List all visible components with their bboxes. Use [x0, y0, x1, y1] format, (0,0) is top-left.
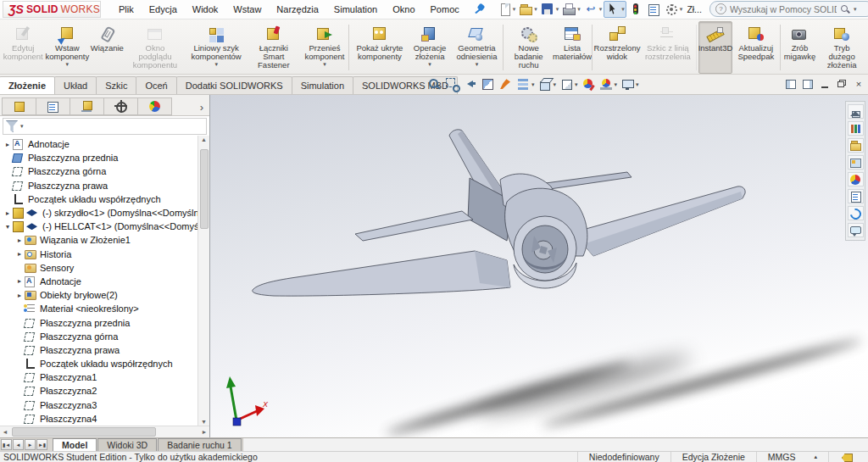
command-tab[interactable]: Dodatki SOLIDWORKS — [176, 76, 292, 94]
dropdown-arrow-icon[interactable]: ▾ — [531, 81, 535, 88]
document-minimize-button[interactable] — [818, 78, 832, 90]
zoom-to-fit-icon[interactable]: ▾ — [426, 77, 442, 92]
tree-item[interactable]: Płaszczyzna1 — [0, 370, 198, 384]
command-tab[interactable]: Simulation — [292, 76, 353, 94]
tree-item[interactable]: Płaszczyzna2 — [0, 384, 198, 398]
expand-arrow-icon[interactable] — [15, 250, 24, 258]
tree-item[interactable]: Początek układu współrzędnych — [0, 357, 198, 370]
ribbon-button[interactable]: Zrób migawkę ▾ — [782, 21, 818, 74]
options-button[interactable] — [663, 2, 684, 17]
overflow-label[interactable]: Zł... — [684, 4, 704, 14]
expand-arrow-icon[interactable] — [15, 292, 24, 299]
tree-item[interactable]: Płaszczyzna4 — [0, 412, 198, 426]
expand-panel-chevron-icon[interactable]: › — [200, 101, 208, 115]
menu-item[interactable]: Edycja — [142, 2, 185, 17]
document-tab[interactable]: Badanie ruchu 1 — [158, 438, 241, 451]
file-properties-button[interactable] — [645, 2, 662, 17]
file-explorer-icon[interactable] — [848, 138, 864, 153]
dropdown-arrow-icon[interactable]: ▾ — [476, 61, 479, 68]
scrollbar-thumb[interactable] — [12, 427, 156, 437]
comments-icon[interactable] — [848, 223, 864, 237]
ribbon-button[interactable]: Przenieś komponent ▾ — [301, 21, 348, 74]
hellcat-aircraft-model[interactable] — [210, 95, 868, 437]
ribbon-button[interactable]: Pokaż ukryte komponenty ▾ — [351, 21, 409, 74]
configurationmanager-tab-icon[interactable] — [70, 97, 104, 115]
previous-tab-icon[interactable]: ◄ — [13, 439, 24, 450]
dropdown-arrow-icon[interactable]: ▾ — [636, 81, 639, 88]
dropdown-arrow-icon[interactable]: ▾ — [554, 81, 557, 88]
tree-item[interactable]: Płaszczyzna przednia — [0, 315, 198, 329]
rebuild-button[interactable] — [627, 2, 644, 17]
display-style-icon[interactable]: ▾ — [559, 77, 579, 92]
search-dropdown-icon[interactable]: ▾ — [854, 6, 857, 13]
menu-item[interactable]: Simulation — [326, 2, 385, 17]
tree-item[interactable]: Płaszczyzna górna — [0, 164, 198, 178]
propertymanager-tab-icon[interactable] — [36, 97, 70, 115]
next-tab-icon[interactable]: ► — [25, 439, 36, 450]
tree-item[interactable]: Materiał <nieokreślony> — [0, 302, 198, 315]
dimxpertmanager-tab-icon[interactable] — [103, 97, 138, 115]
dropdown-arrow-icon[interactable]: ▾ — [428, 61, 431, 68]
command-tab[interactable]: Układ — [54, 76, 97, 94]
ribbon-button[interactable]: Łączniki Smart Fastener ▾ — [247, 21, 301, 74]
ribbon-button[interactable]: Wstaw komponenty ▾ — [44, 21, 90, 74]
ribbon-button[interactable]: Rozstrzelony widok ▾ — [594, 21, 639, 74]
tree-item[interactable]: Obiekty bryłowe(2) — [0, 288, 198, 302]
dropdown-arrow-icon[interactable]: ▾ — [66, 61, 70, 68]
document-restore-button[interactable] — [835, 78, 849, 90]
view-settings-icon[interactable]: ▾ — [620, 77, 640, 92]
tree-item[interactable]: (-) skrzydło<1> (Domyślna<<Domyślna>_Sta — [0, 206, 198, 220]
menu-item[interactable]: Narzędzia — [269, 2, 326, 17]
ribbon-button[interactable]: Aktualizuj Speedpak ▾ — [732, 21, 780, 74]
last-tab-icon[interactable]: ►▮ — [36, 439, 47, 450]
print-button[interactable] — [560, 2, 581, 17]
ribbon-button[interactable]: Edytuj komponent ▾ — [2, 21, 44, 74]
hide-show-items-icon[interactable]: ▾ — [515, 77, 536, 92]
scroll-left-icon[interactable]: ◄ — [0, 429, 10, 435]
command-tab[interactable]: Oceń — [136, 76, 176, 94]
section-view-icon[interactable]: ▾ — [480, 77, 496, 92]
home-icon[interactable] — [848, 104, 864, 119]
tree-item[interactable]: Sensory — [0, 261, 198, 275]
menu-item[interactable]: Widok — [185, 2, 226, 17]
document-tab[interactable]: Widoki 3D — [97, 438, 157, 451]
save-button[interactable] — [539, 2, 560, 17]
select-tool-button[interactable] — [604, 1, 626, 18]
ribbon-button[interactable]: Liniowy szyk komponentów ▾ — [186, 21, 247, 74]
tree-item[interactable]: Adnotacje — [0, 275, 198, 288]
tree-item[interactable]: Płaszczyzna3 — [0, 398, 198, 412]
tree-horizontal-scrollbar[interactable]: ◄ ► — [0, 426, 209, 437]
next-document-icon[interactable] — [801, 78, 815, 90]
menu-item[interactable]: Okno — [385, 2, 422, 17]
graphics-viewport[interactable]: X — [210, 95, 868, 437]
dropdown-arrow-icon[interactable]: ▾ — [323, 61, 326, 68]
design-library-icon[interactable] — [848, 121, 864, 136]
search-icon[interactable] — [840, 4, 850, 14]
annotation-views-icon[interactable]: ▾ — [498, 77, 514, 92]
scrollbar-thumb[interactable] — [200, 149, 209, 229]
previous-view-icon[interactable]: ▾ — [462, 77, 478, 92]
scroll-down-icon[interactable]: ▼ — [198, 419, 209, 425]
displaymanager-tab-icon[interactable] — [137, 97, 172, 115]
tree-item[interactable]: Płaszczyzna przednia — [0, 151, 198, 164]
view-palette-icon[interactable] — [848, 155, 864, 170]
units-dropdown-icon[interactable]: ▴ — [814, 454, 817, 460]
open-button[interactable] — [517, 2, 538, 17]
menu-item[interactable]: Plik — [111, 2, 142, 17]
expand-arrow-icon[interactable] — [3, 223, 12, 231]
menu-item[interactable]: Pomoc — [423, 2, 467, 17]
tree-item[interactable]: Płaszczyzna prawa — [0, 343, 198, 357]
command-tab[interactable]: Szkic — [96, 76, 136, 94]
search-input[interactable] — [730, 4, 837, 14]
tree-item[interactable]: Początek układu współrzędnych — [0, 192, 198, 206]
featuremanager-tab-icon[interactable] — [2, 97, 36, 115]
undo-button[interactable] — [582, 2, 604, 17]
zoom-to-area-icon[interactable]: ▾ — [444, 77, 460, 92]
document-close-button[interactable]: × — [852, 78, 865, 90]
ribbon-button[interactable]: Szkic z linią rozstrzelenia ▾ — [640, 21, 696, 74]
dropdown-arrow-icon[interactable]: ▾ — [214, 61, 218, 68]
ribbon-button[interactable]: Operacje złożenia ▾ — [409, 21, 451, 74]
ribbon-button[interactable]: Instant3D ▾ — [698, 21, 732, 74]
view-orientation-icon[interactable]: ▾ — [537, 77, 558, 92]
tree-item[interactable]: Historia — [0, 248, 198, 261]
